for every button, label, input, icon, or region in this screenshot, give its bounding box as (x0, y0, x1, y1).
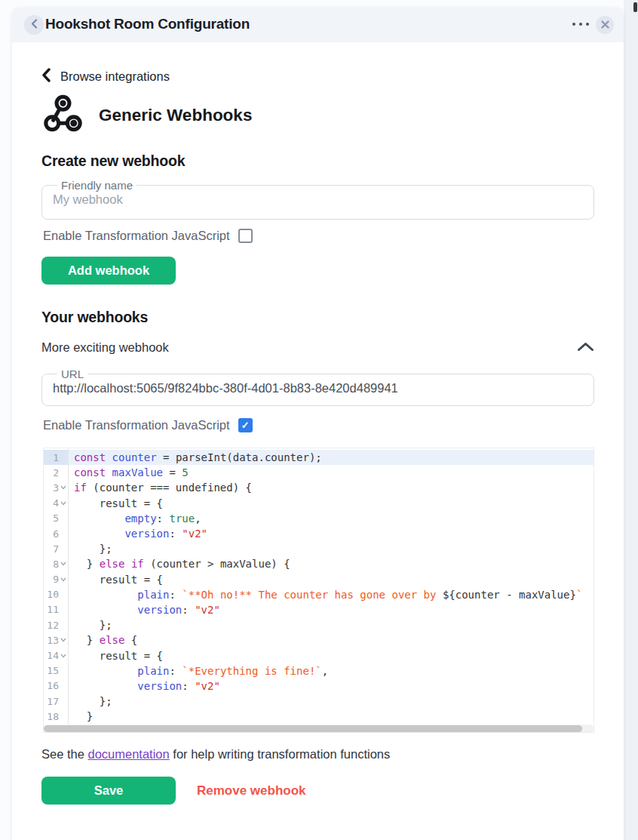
modal-header: Hookshot Room Configuration (12, 8, 624, 42)
code-line-12: }; (74, 617, 594, 632)
code-line-8: } else if (counter > maxValue) { (74, 556, 594, 571)
gutter-line-16: 16 (44, 678, 68, 694)
gutter-line-1: 1 (44, 450, 68, 465)
code-line-4: result = { (74, 496, 594, 511)
browse-integrations-label: Browse integrations (60, 69, 170, 84)
check-icon: ✓ (241, 420, 250, 430)
friendly-name-label: Friendly name (57, 179, 136, 192)
chevron-left-icon (31, 18, 38, 32)
code-line-11: version: "v2" (74, 602, 594, 617)
code-line-13: } else { (74, 632, 594, 648)
gutter-line-10: 10 (44, 587, 68, 602)
gutter-line-6: 6 (44, 526, 68, 541)
code-line-18: } (74, 709, 594, 724)
code-line-16: version: "v2" (74, 678, 594, 694)
gutter-line-4[interactable]: 4 (44, 496, 68, 511)
page-scrollbar-thumb[interactable] (633, 2, 637, 12)
documentation-hint: See the documentation for help writing t… (41, 747, 390, 762)
code-line-15: plain: `*Everything is fine!`, (74, 663, 594, 678)
gutter-line-7: 7 (44, 541, 68, 556)
gutter-line-2: 2 (44, 465, 68, 480)
editor-code: const counter = parseInt(data.counter);c… (69, 448, 594, 725)
gutter-line-14[interactable]: 14 (44, 648, 68, 663)
code-line-9: result = { (74, 572, 594, 587)
your-webhooks-heading: Your webhooks (41, 309, 148, 326)
gutter-line-13[interactable]: 13 (44, 632, 68, 648)
transform-label: Enable Transformation JavaScript (43, 418, 230, 432)
gutter-line-8[interactable]: 8 (44, 556, 68, 571)
remove-webhook-button[interactable]: Remove webhook (197, 783, 306, 798)
code-line-2: const maxValue = 5 (74, 465, 594, 480)
code-line-10: plain: `**Oh no!** The counter has gone … (74, 587, 594, 602)
transform-checkbox-existing[interactable]: ✓ (238, 418, 253, 432)
close-icon (601, 18, 609, 32)
footer-actions: Save Remove webhook (41, 777, 306, 805)
add-webhook-button[interactable]: Add webhook (41, 257, 176, 285)
back-button[interactable] (24, 15, 44, 35)
gutter-line-17: 17 (44, 694, 68, 709)
integration-name: Generic Webhooks (99, 106, 252, 125)
code-line-6: version: "v2" (74, 526, 594, 541)
code-editor[interactable]: 123456789101112131415161718 const counte… (43, 448, 594, 733)
url-label: URL (57, 368, 87, 380)
url-input[interactable] (51, 380, 584, 402)
webhook-name: More exciting webhook (41, 340, 169, 355)
transform-checkbox-new[interactable]: ✓ (238, 229, 253, 243)
editor-gutter: 123456789101112131415161718 (44, 448, 69, 725)
gutter-line-18: 18 (44, 709, 68, 724)
webhook-list-item[interactable]: More exciting webhook (41, 340, 594, 355)
gutter-line-3[interactable]: 3 (44, 480, 68, 495)
code-line-3: if (counter === undefined) { (74, 480, 594, 495)
doc-text-before: See the (41, 747, 87, 761)
code-line-5: empty: true, (74, 511, 594, 526)
gutter-line-9[interactable]: 9 (44, 572, 68, 587)
modal-title: Hookshot Room Configuration (45, 16, 250, 32)
gutter-line-5: 5 (44, 511, 68, 526)
gutter-line-15: 15 (44, 663, 68, 678)
webhook-icon (42, 93, 84, 137)
gutter-line-12: 12 (44, 617, 68, 632)
code-line-1: const counter = parseInt(data.counter); (69, 450, 594, 465)
documentation-link[interactable]: documentation (87, 747, 169, 761)
browse-integrations-link[interactable]: Browse integrations (41, 68, 170, 85)
chevron-left-icon (41, 68, 51, 85)
create-webhook-heading: Create new webhook (41, 152, 185, 170)
page-scrollbar-track (624, 0, 638, 840)
url-field: URL (41, 368, 594, 406)
editor-hscrollbar-thumb[interactable] (44, 725, 582, 732)
transform-toggle-row-existing: Enable Transformation JavaScript ✓ (43, 418, 253, 432)
overflow-menu-icon[interactable] (572, 23, 589, 26)
integration-header: Generic Webhooks (42, 93, 252, 137)
editor-hscrollbar-track (44, 725, 594, 733)
code-line-14: result = { (74, 648, 594, 663)
transform-label: Enable Transformation JavaScript (43, 229, 230, 243)
close-button[interactable] (596, 16, 614, 34)
gutter-line-11: 11 (44, 602, 68, 617)
code-line-7: }; (74, 541, 594, 556)
doc-text-after: for help writing transformation function… (170, 747, 391, 761)
transform-toggle-row-new: Enable Transformation JavaScript ✓ (43, 229, 253, 243)
code-line-17: }; (74, 694, 594, 709)
save-button[interactable]: Save (41, 777, 176, 805)
hookshot-config-modal: Hookshot Room Configuration Browse integ… (12, 8, 624, 840)
friendly-name-input[interactable] (51, 192, 584, 213)
chevron-up-icon[interactable] (577, 341, 594, 355)
friendly-name-field: Friendly name (41, 179, 594, 220)
